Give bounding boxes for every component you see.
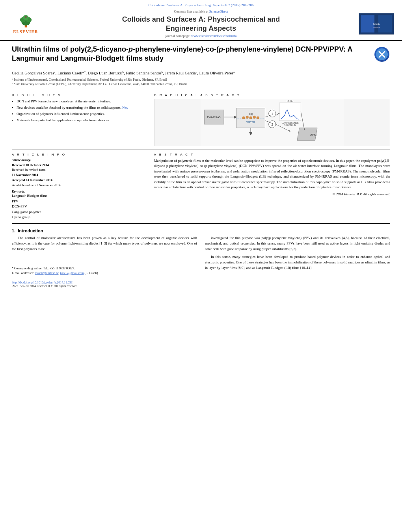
crossmark-logo[interactable] — [374, 47, 390, 63]
journal-cover-image: Colloids Surfaces A — [359, 13, 394, 35]
journal-main-title: Colloids and Surfaces A: Physicochemical… — [47, 15, 355, 33]
graphical-abstract-image: PVA-IRRAS AIR WATER — [154, 99, 390, 146]
svg-point-25 — [256, 116, 259, 119]
corresponding-author-text: * Corresponding author. Tel.: +55 11 973… — [12, 267, 75, 270]
header-content: ELSEVIER Contents lists available at Sci… — [8, 9, 394, 38]
keywords-label: Keywords: — [12, 190, 148, 193]
keyword-2: PPV — [12, 199, 148, 204]
highlights-list: DCN and PPV formed a new monolayer at th… — [12, 99, 148, 123]
svg-point-21 — [242, 116, 245, 119]
footnote-corresponding: * Corresponding author. Tel.: +55 11 973… — [12, 266, 197, 271]
highlights-col: H I G H L I G H T S DCN and PPV formed a… — [12, 93, 148, 146]
keyword-3: DCN-PPV — [12, 204, 148, 209]
affiliation-a: ᵃ Institute of Environmental, Chemical a… — [12, 78, 390, 82]
separator-3 — [12, 223, 390, 224]
available-date: Available online 21 November 2014 — [12, 183, 148, 188]
journal-title-line2: Engineering Aspects — [166, 24, 236, 32]
svg-text:1: 1 — [271, 112, 273, 116]
article-dates: Received 10 October 2014 Received in rev… — [12, 163, 148, 188]
contents-available-text: Contents lists available at ScienceDirec… — [47, 9, 355, 13]
contents-label: Contents lists available at — [174, 9, 208, 13]
new-badge: New — [122, 106, 128, 109]
journal-title-line1: Colloids and Surfaces A: Physicochemical… — [122, 15, 280, 23]
svg-text:AIR: AIR — [249, 113, 253, 116]
keyword-4: Conjugated polymer — [12, 209, 148, 215]
abstract-copyright: © 2014 Elsevier B.V. All rights reserved… — [154, 192, 390, 196]
intro-col-right: investigated for this purpose was poly(p… — [205, 235, 390, 288]
elsevier-tree-icon — [15, 13, 37, 28]
affiliation-b: ᵇ State University of Ponta Grossa (UEPG… — [12, 82, 390, 86]
highlight-item-4: Materials have potential for application… — [12, 118, 148, 123]
doi-link[interactable]: http://dx.doi.org/10.1016/j.colsurfa.201… — [12, 281, 73, 284]
svg-text:Surfaces A: Surfaces A — [373, 26, 380, 28]
journal-citation-bar: Colloids and Surfaces A: Physicochem. En… — [8, 3, 394, 7]
doi-bar: http://dx.doi.org/10.1016/j.colsurfa.201… — [12, 279, 197, 288]
abstract-text: Manipulation of polymeric films at the m… — [154, 158, 390, 190]
article-title-text: Ultrathin films of poly(2,5-dicyano-p-ph… — [12, 45, 368, 63]
highlight-item-1: DCN and PPV formed a new monolayer at th… — [12, 99, 148, 104]
svg-point-24 — [253, 115, 255, 118]
crossmark-icon[interactable] — [374, 47, 389, 62]
elsevier-label: ELSEVIER — [13, 29, 38, 34]
svg-rect-8 — [378, 15, 392, 32]
abstract-heading: A B S T R A C T — [154, 153, 390, 156]
intro-two-col: The control of molecular architectures h… — [12, 235, 390, 288]
article-history-label: Article history: — [12, 158, 148, 162]
intro-col-left: The control of molecular architectures h… — [12, 235, 197, 288]
highlights-heading: H I G H L I G H T S — [12, 93, 148, 97]
separator-2 — [12, 149, 390, 150]
keywords-block: Keywords: Langmuir-Blodgett films PPV DC… — [12, 190, 148, 220]
issn-text: 0927-7757/© 2014 Elsevier B.V. All right… — [12, 284, 78, 288]
svg-rect-5 — [25, 16, 26, 18]
revised-label: Received in revised form — [12, 167, 148, 172]
affiliations-block: ᵃ Institute of Environmental, Chemical a… — [12, 78, 390, 86]
email-label: E-mail addresses: — [12, 271, 34, 275]
keyword-5: Cyano group — [12, 215, 148, 220]
introduction-section: 1. Introduction The control of molecular… — [12, 228, 390, 288]
homepage-link[interactable]: www.elsevier.com/locate/colsurfa — [191, 34, 236, 38]
received-date: Received 10 October 2014 — [12, 163, 49, 167]
email-3-label: (L. Caseli). — [84, 271, 99, 275]
highlights-graphical-section: H I G H L I G H T S DCN and PPV formed a… — [12, 93, 390, 146]
journal-header: Colloids and Surfaces A: Physicochem. En… — [0, 0, 402, 41]
article-info-col: A R T I C L E I N F O Article history: R… — [12, 153, 148, 220]
svg-rect-31 — [279, 103, 300, 120]
svg-text:2: 2 — [271, 123, 273, 126]
highlight-item-3: Organization of polymers influenced lumi… — [12, 111, 148, 117]
email-link-2[interactable]: kaseli@gmail.com — [60, 271, 84, 275]
svg-text:Colloids: Colloids — [373, 23, 380, 25]
journal-title-block: Contents lists available at ScienceDirec… — [43, 9, 359, 38]
intro-paragraph-1: The control of molecular architectures h… — [12, 235, 197, 252]
graphical-abstract-col: G R A P H I C A L A B S T R A C T PVA-IR… — [154, 93, 390, 146]
svg-point-23 — [249, 116, 252, 119]
section-title-text: Introduction — [18, 228, 43, 233]
footnote-email: E-mail addresses: lcaseli@unifesp.br, ka… — [12, 271, 197, 276]
svg-point-22 — [246, 115, 248, 118]
sciencedirect-label: ScienceDirect — [209, 9, 228, 13]
svg-text:LUMINESCENCE: LUMINESCENCE — [281, 121, 299, 124]
article-title-section: Ultrathin films of poly(2,5-dicyano-p-ph… — [12, 45, 390, 67]
graphical-abstract-svg: PVA-IRRAS AIR WATER — [154, 99, 390, 146]
citation-text: Colloids and Surfaces A: Physicochem. En… — [148, 3, 253, 7]
page-wrapper: Colloids and Surfaces A: Physicochem. En… — [0, 0, 402, 292]
accepted-date: Accepted 14 November 2014 — [12, 178, 52, 182]
svg-text:APM: APM — [310, 133, 316, 137]
svg-text:WATER: WATER — [246, 120, 255, 123]
revised-date: 11 November 2014 — [12, 173, 38, 177]
abstract-col: A B S T R A C T Manipulation of polymeri… — [154, 153, 390, 220]
separator-1 — [12, 90, 390, 90]
introduction-title: 1. Introduction — [12, 228, 390, 233]
article-info-heading: A R T I C L E I N F O — [12, 153, 148, 156]
article-main-title: Ultrathin films of poly(2,5-dicyano-p-ph… — [12, 45, 368, 63]
elsevier-logo: ELSEVIER — [8, 13, 43, 35]
authors-section: Cecilia Gonçalves Soaresa, Luciano Casel… — [12, 70, 390, 76]
highlight-item-2-text: New devices could be obtained by transfe… — [17, 106, 121, 109]
highlight-item-2: New devices could be obtained by transfe… — [12, 105, 148, 110]
journal-thumbnail: Colloids Surfaces A — [359, 13, 394, 35]
intro-paragraph-2: investigated for this purpose was poly(p… — [205, 235, 390, 252]
author-1: Cecilia Gonçalves Soaresa, Luciano Casel… — [12, 71, 234, 75]
svg-text:SPECTRUM: SPECTRUM — [284, 124, 296, 126]
keyword-1: Langmuir-Blodgett films — [12, 193, 148, 199]
article-content: Ultrathin films of poly(2,5-dicyano-p-ph… — [0, 41, 402, 292]
email-link-1[interactable]: lcaseli@unifesp.br — [35, 271, 59, 275]
